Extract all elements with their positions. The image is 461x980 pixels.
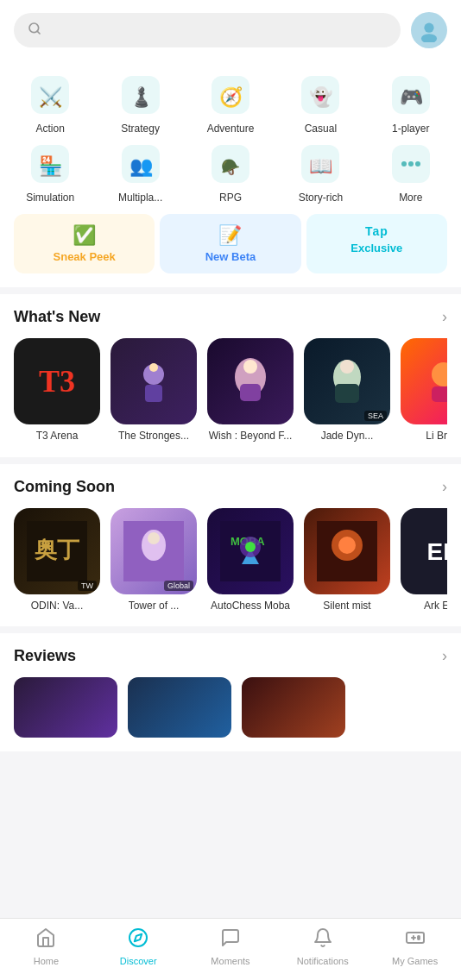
category-1player[interactable]: 🎮 1-player <box>368 72 454 135</box>
simulation-label: Simulation <box>26 192 74 204</box>
tab-sneak-peek[interactable]: ✅ Sneak Peek <box>14 214 155 273</box>
game-card-odin[interactable]: 奥丁 TW ODIN: Va... <box>14 508 100 613</box>
coming-soon-header: Coming Soon › <box>14 478 447 496</box>
multiplayer-icon: 👥 <box>118 141 163 186</box>
svg-text:EN: EN <box>427 538 447 565</box>
notifications-nav-label: Notifications <box>297 956 349 966</box>
svg-point-3 <box>421 34 437 42</box>
nav-home[interactable]: Home <box>20 927 72 966</box>
rpg-icon: 🪖 <box>208 141 253 186</box>
category-adventure[interactable]: 🧭 Adventure <box>187 72 274 135</box>
notifications-icon <box>313 927 333 953</box>
whats-new-section: What's New › T3 T3 Arena The Stronges... <box>0 294 461 457</box>
nav-notifications[interactable]: Notifications <box>297 927 349 966</box>
svg-point-55 <box>418 938 420 939</box>
game-name-odin: ODIN: Va... <box>31 600 83 613</box>
game-card-autochess[interactable]: MOBA AutoChess Moba <box>207 508 294 613</box>
moments-icon <box>220 927 241 953</box>
action-icon: ⚔️ <box>28 72 73 117</box>
reviews-title: Reviews <box>14 647 76 665</box>
reviews-section: Reviews › <box>0 633 461 751</box>
casual-label: Casual <box>305 122 337 135</box>
svg-point-52 <box>129 929 147 946</box>
review-card-2[interactable] <box>128 677 231 738</box>
game-name-t3arena: T3 Arena <box>36 430 79 443</box>
svg-text:🎮: 🎮 <box>399 85 423 109</box>
game-name-ark: Ark En... <box>424 600 447 613</box>
more-label: More <box>399 192 422 204</box>
svg-text:♟️: ♟️ <box>129 85 153 109</box>
game-name-tower: Tower of ... <box>129 600 180 613</box>
category-action[interactable]: ⚔️ Action <box>7 72 93 135</box>
game-name-autochess: AutoChess Moba <box>211 600 290 613</box>
svg-point-46 <box>245 542 256 552</box>
category-multiplayer[interactable]: 👥 Multipla... <box>97 141 183 204</box>
category-casual[interactable]: 👻 Casual <box>277 72 363 135</box>
tab-tap-exclusive[interactable]: Tap Exclusive <box>306 214 447 273</box>
svg-point-30 <box>243 360 257 374</box>
game-card-t3arena[interactable]: T3 T3 Arena <box>14 338 100 443</box>
discover-icon <box>128 927 148 953</box>
more-icon <box>388 141 433 186</box>
new-beta-label: New Beta <box>205 250 256 263</box>
game-card-li[interactable]: Li Bra... <box>401 338 447 443</box>
filter-tabs: ✅ Sneak Peek 📝 New Beta Tap Exclusive <box>0 214 461 287</box>
reviews-header: Reviews › <box>14 647 447 665</box>
reviews-arrow[interactable]: › <box>442 647 447 665</box>
casual-icon: 👻 <box>298 72 343 117</box>
svg-line-1 <box>37 31 40 34</box>
avatar[interactable] <box>411 12 447 48</box>
coming-soon-title: Coming Soon <box>14 478 115 496</box>
review-card-3[interactable] <box>242 677 345 738</box>
strategy-label: Strategy <box>121 122 160 135</box>
tab-new-beta[interactable]: 📝 New Beta <box>160 214 300 273</box>
search-input[interactable]: valorant <box>48 22 387 38</box>
review-card-1[interactable] <box>14 677 117 738</box>
coming-soon-arrow[interactable]: › <box>442 478 447 496</box>
multiplayer-label: Multipla... <box>118 192 162 204</box>
whats-new-arrow[interactable]: › <box>442 308 447 326</box>
tw-badge: TW <box>78 581 97 591</box>
strategy-icon: ♟️ <box>118 72 163 117</box>
search-bar[interactable]: valorant <box>14 13 401 47</box>
nav-moments[interactable]: Moments <box>205 927 256 966</box>
simulation-icon: 🏪 <box>28 141 73 186</box>
game-card-wish[interactable]: Wish : Beyond F... <box>207 338 294 443</box>
game-card-jade[interactable]: SEA Jade Dyn... <box>304 338 390 443</box>
svg-point-23 <box>401 161 407 166</box>
nav-my-games[interactable]: My Games <box>389 927 441 966</box>
svg-point-24 <box>408 161 414 166</box>
bottom-nav: Home Discover Moments Notifications <box>0 918 461 980</box>
category-storyrich[interactable]: 📖 Story-rich <box>277 141 363 204</box>
exclusive-label: Exclusive <box>350 242 402 254</box>
whats-new-header: What's New › <box>14 308 447 326</box>
game-card-tower[interactable]: Global Tower of ... <box>111 508 197 613</box>
discover-nav-label: Discover <box>120 956 157 966</box>
adventure-label: Adventure <box>207 122 255 135</box>
sneak-peek-label: Sneak Peek <box>54 250 116 263</box>
game-name-jade: Jade Dyn... <box>321 430 374 443</box>
game-card-ark[interactable]: EN Ark En... <box>401 508 447 613</box>
category-strategy[interactable]: ♟️ Strategy <box>97 72 183 135</box>
game-name-strongest: The Stronges... <box>118 430 189 443</box>
my-games-nav-label: My Games <box>392 956 438 966</box>
category-simulation[interactable]: 🏪 Simulation <box>7 141 93 204</box>
svg-rect-31 <box>240 384 261 401</box>
home-nav-label: Home <box>34 956 59 966</box>
svg-text:⚔️: ⚔️ <box>39 85 63 109</box>
svg-point-25 <box>415 161 420 166</box>
svg-point-2 <box>424 23 433 33</box>
svg-point-33 <box>340 360 354 374</box>
category-rpg[interactable]: 🪖 RPG <box>187 141 274 204</box>
nav-discover[interactable]: Discover <box>112 927 164 966</box>
adventure-icon: 🧭 <box>208 72 253 117</box>
game-card-strongest[interactable]: The Stronges... <box>111 338 197 443</box>
global-badge: Global <box>164 581 193 591</box>
game-card-silent[interactable]: Silent mist <box>304 508 390 613</box>
beta-edit-icon: 📝 <box>218 224 242 247</box>
svg-text:🪖: 🪖 <box>221 158 241 177</box>
svg-point-49 <box>338 537 356 554</box>
svg-text:👻: 👻 <box>309 85 333 109</box>
coming-soon-list: 奥丁 TW ODIN: Va... Global Tower of ... <box>14 508 447 613</box>
category-more[interactable]: More <box>368 141 454 204</box>
